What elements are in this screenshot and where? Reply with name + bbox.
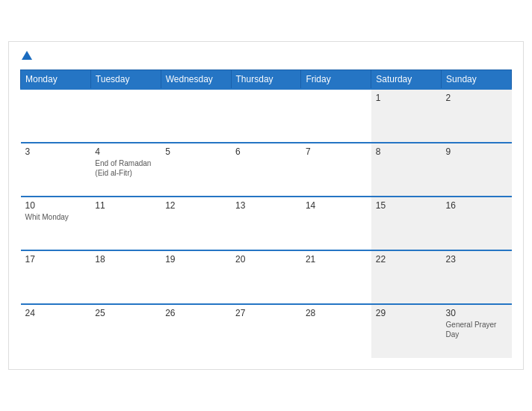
logo [20, 49, 32, 61]
day-cell: 18 [90, 250, 161, 304]
day-cell: 26 [161, 304, 231, 358]
day-cell: 10Whit Monday [21, 197, 91, 250]
day-number: 15 [376, 200, 437, 211]
day-cell [231, 89, 301, 143]
day-cell: 11 [90, 197, 161, 250]
day-cell: 25 [90, 304, 161, 358]
day-cell: 23 [442, 250, 512, 304]
day-number: 26 [165, 308, 226, 318]
week-row-5: 24252627282930General Prayer Day [21, 304, 512, 358]
calendar-body: 1234End of Ramadan (Eid al-Fitr)5678910W… [21, 89, 512, 358]
day-number: 30 [446, 308, 507, 318]
day-number: 29 [376, 308, 437, 318]
day-cell: 3 [21, 143, 91, 197]
day-cell: 17 [21, 250, 91, 304]
day-cell: 13 [231, 197, 301, 250]
day-number: 24 [25, 308, 87, 318]
day-number: 9 [446, 146, 507, 157]
day-cell: 16 [442, 197, 512, 250]
day-number: 6 [235, 146, 297, 157]
day-number: 27 [235, 308, 297, 318]
day-number: 18 [95, 254, 156, 265]
day-cell [301, 89, 371, 143]
header-cell-friday: Friday [301, 70, 371, 90]
day-number: 11 [95, 200, 156, 211]
day-event: General Prayer Day [446, 320, 507, 339]
week-row-2: 34End of Ramadan (Eid al-Fitr)56789 [21, 143, 512, 197]
day-cell: 28 [301, 304, 371, 358]
header-cell-monday: Monday [21, 70, 91, 90]
day-cell: 19 [161, 250, 231, 304]
day-cell [161, 89, 231, 143]
day-number: 10 [25, 200, 87, 211]
header-cell-saturday: Saturday [371, 70, 442, 90]
day-number: 8 [376, 146, 437, 157]
day-cell: 14 [301, 197, 371, 250]
day-number: 17 [25, 254, 87, 265]
day-number: 25 [95, 308, 156, 318]
day-event: Whit Monday [25, 212, 87, 222]
day-cell: 29 [371, 304, 442, 358]
day-cell: 4End of Ramadan (Eid al-Fitr) [90, 143, 161, 197]
day-number: 2 [446, 93, 507, 103]
day-cell: 24 [21, 304, 91, 358]
logo-triangle-icon [22, 51, 32, 60]
calendar-grid: MondayTuesdayWednesdayThursdayFridaySatu… [20, 69, 512, 358]
day-number: 13 [235, 200, 297, 211]
day-cell [21, 89, 91, 143]
calendar-header-row: MondayTuesdayWednesdayThursdayFridaySatu… [21, 70, 512, 90]
day-cell: 9 [442, 143, 512, 197]
header-cell-wednesday: Wednesday [161, 70, 231, 90]
day-number: 14 [306, 200, 367, 211]
week-row-4: 17181920212223 [21, 250, 512, 304]
day-number: 23 [446, 254, 507, 265]
day-cell: 21 [301, 250, 371, 304]
day-cell: 22 [371, 250, 442, 304]
day-number: 20 [235, 254, 297, 265]
header-cell-tuesday: Tuesday [90, 70, 161, 90]
day-number: 3 [25, 146, 87, 157]
day-cell: 1 [371, 89, 442, 143]
day-number: 5 [165, 146, 226, 157]
day-number: 21 [306, 254, 367, 265]
day-cell: 8 [371, 143, 442, 197]
day-number: 7 [306, 146, 367, 157]
day-cell: 5 [161, 143, 231, 197]
day-number: 28 [306, 308, 367, 318]
day-cell [90, 89, 161, 143]
header-cell-thursday: Thursday [231, 70, 301, 90]
day-number: 22 [376, 254, 437, 265]
day-event: End of Ramadan (Eid al-Fitr) [95, 158, 156, 178]
day-cell: 6 [231, 143, 301, 197]
header-cell-sunday: Sunday [442, 70, 512, 90]
day-cell: 15 [371, 197, 442, 250]
day-cell: 20 [231, 250, 301, 304]
day-number: 12 [165, 200, 226, 211]
day-cell: 30General Prayer Day [442, 304, 512, 358]
week-row-3: 10Whit Monday111213141516 [21, 197, 512, 250]
day-cell: 12 [161, 197, 231, 250]
day-number: 1 [376, 93, 437, 103]
week-row-1: 12 [21, 89, 512, 143]
day-cell: 7 [301, 143, 371, 197]
day-number: 4 [95, 146, 156, 157]
day-number: 16 [446, 200, 507, 211]
day-number: 19 [165, 254, 226, 265]
day-cell: 27 [231, 304, 301, 358]
calendar-container: MondayTuesdayWednesdayThursdayFridaySatu… [8, 41, 524, 370]
day-cell: 2 [442, 89, 512, 143]
calendar-header [20, 49, 512, 61]
